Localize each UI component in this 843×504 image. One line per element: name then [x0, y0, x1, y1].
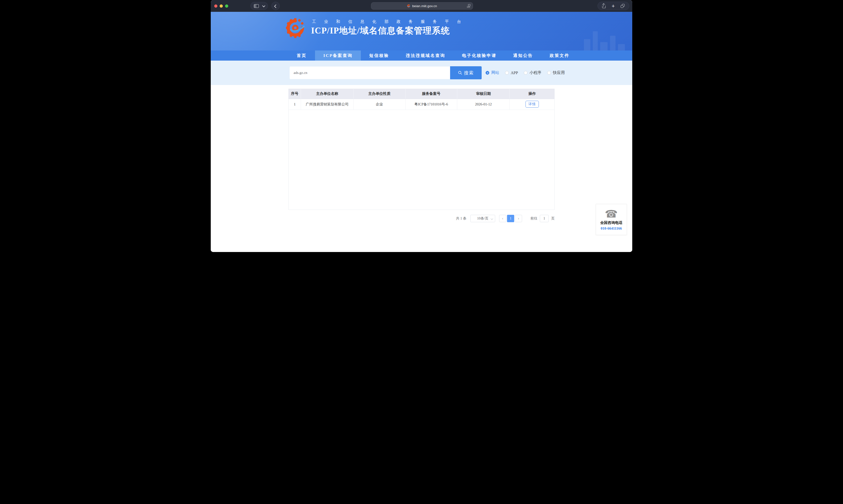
results-section: 序号 主办单位名称 主办单位性质 服务备案号 审核日期 操作 1 广州搜易营销策…: [211, 85, 632, 252]
radio-quick-app[interactable]: 快应用: [547, 70, 565, 75]
col-header-organizer-name: 主办单位名称: [301, 89, 353, 99]
col-header-organizer-nature: 主办单位性质: [353, 89, 405, 99]
phone-icon: ☎: [605, 209, 618, 219]
back-button[interactable]: [271, 2, 280, 10]
sidebar-controls: [250, 2, 268, 10]
nav-item-sms-verify[interactable]: 短信核验: [361, 51, 397, 60]
close-window-button[interactable]: [214, 4, 217, 7]
address-bar[interactable]: beian.miit.gov.cn: [371, 2, 473, 10]
radio-website[interactable]: 网站: [486, 70, 499, 75]
page-number-button[interactable]: 1: [507, 215, 514, 222]
zoom-window-button[interactable]: [225, 4, 228, 7]
radio-app[interactable]: APP: [505, 71, 518, 75]
site-header: 工业和信息化部政务服务平台 ICP/IP地址/域名信息备案管理系统: [211, 12, 632, 51]
col-header-license-number: 服务备案号: [405, 89, 457, 99]
page-title: ICP/IP地址/域名信息备案管理系统: [311, 24, 469, 37]
radio-mini-program[interactable]: 小程序: [524, 70, 541, 75]
table-header-row: 序号 主办单位名称 主办单位性质 服务备案号 审核日期 操作: [288, 89, 555, 99]
results-table-container: 序号 主办单位名称 主办单位性质 服务备案号 审核日期 操作 1 广州搜易营销策…: [288, 89, 555, 210]
radio-selected-icon: [486, 71, 489, 75]
cell-organizer-nature: 企业: [353, 99, 405, 110]
browser-toolbar: beian.miit.gov.cn +: [211, 0, 632, 12]
nav-item-home[interactable]: 首页: [288, 51, 315, 60]
contact-card: ☎ 全国咨询电话 010-66411166: [596, 204, 627, 235]
col-header-review-date: 审核日期: [457, 89, 509, 99]
page-size-value: 10条/页: [477, 216, 489, 221]
goto-label: 前往: [530, 216, 537, 221]
page-unit-label: 页: [551, 216, 555, 221]
cell-review-date: 2026-01-12: [457, 99, 509, 110]
search-type-radios: 网站 APP 小程序 快应用: [486, 70, 565, 75]
radio-label: 网站: [491, 70, 499, 75]
search-button-label: 搜索: [464, 70, 474, 76]
detail-button[interactable]: 详情: [526, 101, 539, 108]
contact-label: 全国咨询电话: [600, 220, 622, 225]
chevron-down-icon[interactable]: [262, 4, 265, 7]
nav-item-illegal-domain-query[interactable]: 违法违规域名查询: [397, 51, 454, 60]
platform-subtitle: 工业和信息化部政务服务平台: [312, 19, 469, 24]
total-count-label: 共 1 条: [456, 216, 467, 221]
site-logo: [286, 18, 305, 38]
sidebar-toggle-icon[interactable]: [254, 4, 259, 8]
nav-item-policy-files[interactable]: 政策文件: [541, 51, 578, 60]
search-icon: [458, 71, 462, 75]
page-size-select[interactable]: 10条/页: [470, 215, 495, 222]
header-city-decoration: [584, 31, 625, 51]
radio-icon: [524, 71, 527, 75]
cell-license-number: 粤ICP备17101016号-6: [405, 99, 457, 110]
window-controls: [214, 4, 228, 7]
goto-page-input[interactable]: [540, 215, 549, 222]
radio-icon: [505, 71, 509, 75]
minimize-window-button[interactable]: [219, 4, 223, 7]
browser-window: beian.miit.gov.cn +: [211, 0, 632, 252]
toolbar-actions: +: [597, 2, 629, 10]
tab-overview-icon[interactable]: [621, 4, 625, 8]
table-row: 1 广州搜易营销策划有限公司 企业 粤ICP备17101016号-6 2026-…: [288, 99, 555, 110]
chevron-down-icon: [491, 217, 493, 220]
col-header-action: 操作: [510, 89, 555, 99]
cell-index: 1: [288, 99, 301, 110]
site-favicon: [407, 4, 410, 7]
main-nav: 首页 ICP备案查询 短信核验 违法违规域名查询 电子化核验申请 通知公告 政策…: [211, 51, 632, 60]
radio-label: APP: [511, 71, 518, 75]
results-table: 序号 主办单位名称 主办单位性质 服务备案号 审核日期 操作 1 广州搜易营销策…: [288, 89, 555, 110]
radio-icon: [547, 71, 551, 75]
reader-view-icon[interactable]: [467, 4, 470, 8]
url-text: beian.miit.gov.cn: [412, 4, 437, 8]
search-button[interactable]: 搜索: [450, 66, 482, 79]
nav-item-electronic-verify[interactable]: 电子化核验申请: [454, 51, 505, 60]
radio-label: 快应用: [553, 70, 565, 75]
new-tab-icon[interactable]: +: [612, 4, 615, 8]
col-header-index: 序号: [288, 89, 301, 99]
prev-page-button[interactable]: ‹: [499, 215, 506, 222]
next-page-button[interactable]: ›: [515, 215, 522, 222]
nav-item-icp-query[interactable]: ICP备案查询: [315, 51, 361, 60]
radio-label: 小程序: [529, 70, 541, 75]
share-icon[interactable]: [602, 4, 605, 8]
contact-phone-number[interactable]: 010-66411166: [601, 227, 622, 231]
search-section: 搜索 网站 APP 小程序 快应用: [211, 60, 632, 85]
nav-item-notices[interactable]: 通知公告: [505, 51, 541, 60]
cell-organizer-name: 广州搜易营销策划有限公司: [301, 99, 353, 110]
pagination: 共 1 条 10条/页 ‹ 1 › 前往 页: [288, 215, 555, 222]
search-input[interactable]: [289, 67, 450, 79]
chevron-left-icon: [274, 4, 278, 8]
